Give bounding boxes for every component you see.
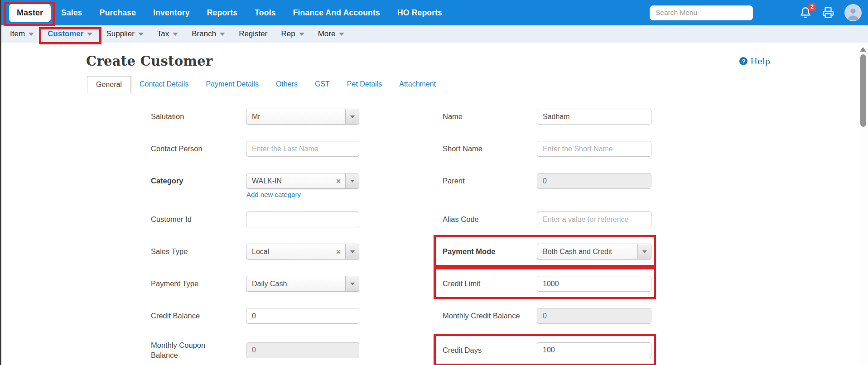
tab-payment-details[interactable]: Payment Details (197, 76, 267, 93)
tab-contact-details[interactable]: Contact Details (131, 76, 198, 93)
customer-form: SalutationMrNameContact PersonShort Name… (86, 109, 868, 360)
credit-days-label: Credit Days (443, 345, 537, 355)
notification-count-badge: 2 (808, 3, 816, 11)
field-group-category: CategoryWALK-IN✕Add new category (151, 173, 359, 189)
scrollbar-thumb[interactable] (860, 54, 866, 127)
nav-item-tools[interactable]: Tools (255, 8, 275, 18)
nav-item-finance-and-accounts[interactable]: Finance And Accounts (293, 8, 380, 18)
nav-item-inventory[interactable]: Inventory (153, 8, 190, 18)
customer-id-input[interactable] (246, 211, 359, 227)
form-row: Payment TypeDaily CashCredit Limit (151, 276, 868, 292)
chevron-down-icon (299, 33, 304, 36)
dropdown-caret-button[interactable] (345, 109, 359, 124)
form-row: Monthly Coupon BalanceCredit Days (151, 340, 868, 360)
nav-item-ho-reports[interactable]: HO Reports (397, 8, 442, 18)
user-avatar[interactable] (844, 4, 862, 21)
category-label: Category (151, 176, 246, 186)
nav-item-master[interactable]: Master (9, 4, 51, 22)
category-select[interactable]: WALK-IN✕ (246, 173, 359, 189)
dropdown-caret-button[interactable] (345, 276, 359, 291)
field-group-customer-id: Customer Id (151, 211, 359, 227)
help-label: Help (750, 57, 770, 66)
credit-days-field (537, 342, 651, 358)
credit-limit-field (537, 276, 651, 292)
notifications-button[interactable]: 2 (799, 6, 812, 19)
name-field (537, 109, 651, 125)
payment-mode-select[interactable]: Both Cash and Credit (537, 244, 651, 259)
tab-others[interactable]: Others (267, 76, 306, 93)
subnav-item-tax[interactable]: Tax (157, 29, 178, 38)
annotation-box-credit-days: Credit Days (443, 342, 651, 358)
alias-code-input[interactable] (537, 211, 651, 227)
sales-type-label: Sales Type (151, 246, 246, 256)
subnav-item-item[interactable]: Item (10, 29, 34, 38)
subnav-item-rep[interactable]: Rep (281, 29, 304, 38)
dropdown-caret-button[interactable] (345, 173, 359, 188)
form-row: Customer IdAlias Code (151, 211, 868, 227)
salutation-field: Mr (246, 109, 359, 125)
subnav-item-label: Branch (192, 29, 216, 38)
subnav-item-label: More (318, 29, 336, 38)
credit-days-input[interactable] (537, 342, 651, 358)
chevron-down-icon (29, 33, 34, 36)
form-row: Sales TypeLocal✕Payment ModeBoth Cash an… (151, 244, 868, 259)
person-icon (845, 6, 861, 21)
subnav-item-branch[interactable]: Branch (192, 29, 225, 38)
monthly-coupon-balance-field (246, 342, 359, 358)
chevron-down-icon (220, 33, 225, 36)
field-group-parent: Parent (443, 173, 651, 189)
print-button[interactable] (822, 6, 834, 19)
clear-icon[interactable]: ✕ (332, 248, 345, 255)
field-group-name: Name (443, 109, 651, 125)
salutation-label: Salutation (151, 111, 246, 121)
page-head: Create Customer ? Help (86, 53, 770, 69)
dropdown-caret-button[interactable] (345, 244, 359, 259)
credit-balance-input[interactable] (246, 308, 359, 324)
main-nav: MasterSalesPurchaseInventoryReportsTools… (9, 4, 451, 22)
subnav-item-more[interactable]: More (318, 29, 345, 38)
vertical-scrollbar[interactable] (858, 43, 868, 365)
tab-attachment[interactable]: Attachment (391, 76, 444, 93)
short-name-input[interactable] (537, 141, 651, 157)
nav-item-sales[interactable]: Sales (61, 8, 82, 18)
dropdown-caret-button[interactable] (637, 244, 651, 259)
parent-label: Parent (443, 176, 537, 186)
customer-id-label: Customer Id (151, 214, 246, 224)
credit-limit-label: Credit Limit (443, 279, 537, 288)
credit-balance-field (246, 308, 359, 324)
tab-pet-details[interactable]: Pet Details (338, 76, 391, 93)
payment-type-field: Daily Cash (246, 276, 359, 292)
payment-type-select[interactable]: Daily Cash (246, 276, 359, 292)
scroll-up-arrow-icon[interactable] (860, 47, 866, 52)
tab-gst[interactable]: GST (306, 76, 338, 93)
customer-id-field (246, 211, 359, 227)
subnav-item-supplier[interactable]: Supplier (106, 29, 143, 38)
nav-item-purchase[interactable]: Purchase (100, 8, 136, 18)
contact-person-input[interactable] (246, 141, 359, 157)
printer-icon (822, 7, 834, 19)
payment-mode-field: Both Cash and Credit (537, 244, 651, 259)
subnav-item-register[interactable]: Register (239, 29, 267, 38)
salutation-select[interactable]: Mr (246, 109, 359, 125)
clear-icon[interactable]: ✕ (332, 178, 345, 185)
payment-mode-label: Payment Mode (443, 246, 537, 256)
add-new-category-link[interactable]: Add new category (246, 191, 301, 198)
nav-item-reports[interactable]: Reports (207, 8, 238, 18)
sales-type-select[interactable]: Local✕ (246, 244, 359, 259)
sales-type-field: Local✕ (246, 244, 359, 259)
monthly-credit-balance-field (537, 308, 651, 324)
field-group-monthly-coupon-balance: Monthly Coupon Balance (151, 340, 359, 360)
tab-general[interactable]: General (87, 76, 131, 93)
field-group-salutation: SalutationMr (151, 109, 359, 125)
form-row: SalutationMrName (151, 109, 868, 125)
credit-limit-input[interactable] (537, 276, 651, 292)
select-value: Daily Cash (246, 280, 345, 288)
name-input[interactable] (537, 109, 651, 125)
field-group-short-name: Short Name (443, 141, 651, 157)
contact-person-label: Contact Person (151, 144, 246, 154)
chevron-down-icon (350, 180, 355, 182)
main-content: Create Customer ? Help GeneralContact De… (0, 53, 868, 360)
help-link[interactable]: ? Help (739, 57, 770, 66)
subnav-item-customer[interactable]: Customer (48, 29, 92, 38)
search-input[interactable] (650, 5, 753, 20)
